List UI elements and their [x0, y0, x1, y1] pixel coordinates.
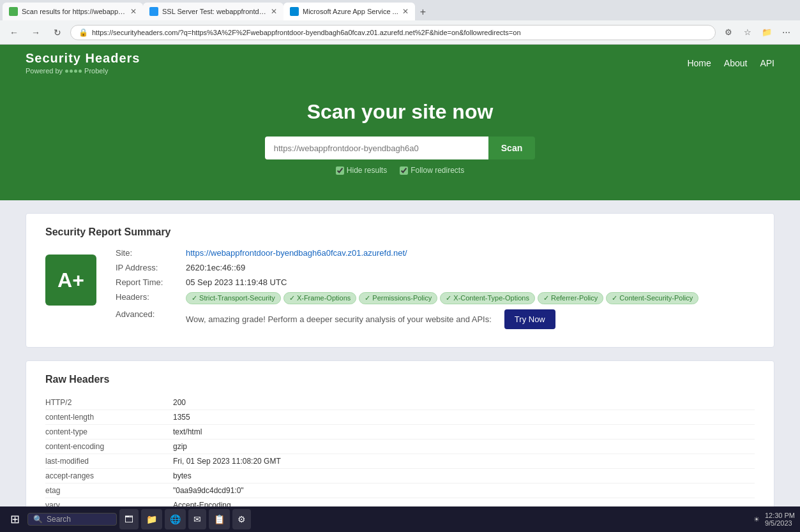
nav-api[interactable]: API: [760, 58, 774, 68]
taskbar-search[interactable]: 🔍 Search: [27, 513, 117, 526]
tab-close-1[interactable]: ✕: [130, 7, 137, 16]
tab-label-1: Scan results for https://webappp...: [22, 8, 126, 15]
taskbar-app-6[interactable]: ⚙: [232, 509, 251, 529]
tab-favicon-1: [9, 7, 18, 16]
advanced-label: Advanced:: [116, 309, 179, 329]
raw-header-value: 200: [173, 398, 755, 407]
nav-about[interactable]: About: [724, 58, 748, 68]
raw-header-row: content-encodinggzip: [45, 440, 755, 454]
follow-redirects-checkbox[interactable]: [400, 166, 408, 175]
probely-dots-icon: [65, 70, 82, 73]
refresh-button[interactable]: ↻: [49, 24, 66, 41]
start-button[interactable]: ⊞: [5, 510, 25, 529]
hide-results-option[interactable]: Hide results: [336, 166, 387, 175]
forward-button[interactable]: →: [27, 24, 45, 41]
tab-bar: Scan results for https://webappp... ✕ SS…: [0, 0, 800, 20]
ip-label: IP Address:: [116, 263, 179, 272]
header-badge: ✓ Content-Security-Policy: [606, 292, 698, 304]
header-badge: ✓ X-Frame-Options: [283, 292, 356, 304]
raw-header-value: bytes: [173, 471, 755, 480]
raw-header-value: Fri, 01 Sep 2023 11:08:20 GMT: [173, 457, 755, 466]
raw-header-value: gzip: [173, 442, 755, 451]
security-report-title: Security Report Summary: [45, 226, 755, 238]
report-summary: A+ Site: https://webappfrontdoor-byendba…: [45, 248, 755, 334]
lock-icon: 🔒: [79, 28, 88, 37]
report-row-advanced: Advanced: Wow, amazing grade! Perform a …: [116, 309, 755, 329]
grade-badge: A+: [45, 255, 96, 306]
raw-header-value: text/html: [173, 427, 755, 436]
raw-header-key: etag: [45, 486, 173, 495]
extensions-icon[interactable]: ⚙: [720, 24, 737, 41]
header-badge: ✓ Permissions-Policy: [359, 292, 437, 304]
site-logo: Security Headers Powered by Probely: [26, 51, 140, 75]
headers-label: Headers:: [116, 292, 179, 304]
logo-sub-text: Powered by: [26, 67, 63, 75]
tab-favicon-3: [290, 7, 299, 16]
raw-header-row: content-typetext/html: [45, 425, 755, 440]
advanced-row: Wow, amazing grade! Perform a deeper sec…: [186, 309, 555, 329]
header-badge: ✓ X-Content-Type-Options: [440, 292, 535, 304]
hero-options: Hide results Follow redirects: [13, 166, 787, 175]
taskbar-app-4[interactable]: ✉: [188, 509, 206, 529]
tab-2[interactable]: SSL Server Test: webappfrontdo... ✕: [143, 3, 283, 20]
logo-title: Security Headers: [26, 51, 140, 66]
browser-window: Scan results for https://webappp... ✕ SS…: [0, 0, 800, 45]
search-icon: 🔍: [33, 515, 43, 524]
tab-1[interactable]: Scan results for https://webappp... ✕: [3, 3, 143, 20]
browser-toolbar: ← → ↻ 🔒 https://securityheaders.com/?q=h…: [0, 20, 800, 45]
scan-input[interactable]: [265, 137, 488, 159]
raw-header-row: HTTP/2200: [45, 395, 755, 410]
raw-header-row: last-modifiedFri, 01 Sep 2023 11:08:20 G…: [45, 454, 755, 469]
tab-3[interactable]: Microsoft Azure App Service ... ✕: [283, 3, 415, 20]
favorites-icon[interactable]: ☆: [739, 24, 757, 41]
collections-icon[interactable]: 📁: [758, 24, 776, 41]
tab-close-2[interactable]: ✕: [271, 7, 277, 16]
taskbar-app-2[interactable]: 📁: [141, 509, 162, 529]
tab-label-2: SSL Server Test: webappfrontdo...: [162, 8, 267, 15]
clock-date: 9/5/2023: [765, 519, 795, 527]
report-row-ip: IP Address: 2620:1ec:46::69: [116, 263, 755, 272]
toolbar-icons: ⚙ ☆ 📁 ⋯: [720, 24, 795, 41]
menu-icon[interactable]: ⋯: [777, 24, 795, 41]
raw-header-row: etag"0aa9a9dc4dcd91:0": [45, 484, 755, 498]
raw-header-key: last-modified: [45, 457, 173, 466]
taskbar-search-text: Search: [47, 515, 71, 524]
nav-home[interactable]: Home: [687, 58, 711, 68]
header-badge: ✓ Referrer-Policy: [538, 292, 603, 304]
site-value: https://webappfrontdoor-byendbagh6a0fcav…: [186, 248, 407, 258]
page-content: Security Headers Powered by Probely Home…: [0, 45, 800, 532]
ip-value: 2620:1ec:46::69: [186, 263, 245, 272]
raw-header-key: content-encoding: [45, 442, 173, 451]
hero-title: Scan your site now: [13, 100, 787, 124]
security-report-card: Security Report Summary A+ Site: https:/…: [26, 213, 774, 348]
taskbar-time: 12:30 PM 9/5/2023: [765, 512, 795, 527]
new-tab-button[interactable]: +: [415, 4, 431, 20]
taskbar: ⊞ 🔍 Search 🗔 📁 🌐 ✉ 📋 ⚙ ☀ 12:30 PM 9/5/20…: [0, 506, 800, 532]
tab-close-3[interactable]: ✕: [402, 7, 409, 16]
header-badge: ✓ Strict-Transport-Security: [186, 292, 281, 304]
follow-redirects-option[interactable]: Follow redirects: [400, 166, 464, 175]
back-button[interactable]: ←: [5, 24, 23, 41]
logo-sub: Powered by Probely: [26, 67, 140, 75]
report-table: Site: https://webappfrontdoor-byendbagh6…: [116, 248, 755, 334]
report-row-time: Report Time: 05 Sep 2023 11:19:48 UTC: [116, 277, 755, 287]
address-bar[interactable]: 🔒 https://securityheaders.com/?q=https%3…: [70, 25, 716, 40]
taskbar-right: ☀ 12:30 PM 9/5/2023: [753, 512, 795, 527]
follow-redirects-label: Follow redirects: [411, 166, 464, 175]
tab-label-3: Microsoft Azure App Service ...: [303, 8, 398, 15]
raw-header-key: content-type: [45, 427, 173, 436]
taskbar-app-1[interactable]: 🗔: [119, 509, 139, 529]
taskbar-app-3[interactable]: 🌐: [165, 509, 186, 529]
taskbar-app-5[interactable]: 📋: [209, 509, 230, 529]
scan-button[interactable]: Scan: [488, 137, 535, 159]
site-header: Security Headers Powered by Probely Home…: [0, 45, 800, 81]
site-url-link[interactable]: https://webappfrontdoor-byendbagh6a0fcav…: [186, 248, 407, 258]
raw-header-key: accept-ranges: [45, 471, 173, 480]
report-row-site: Site: https://webappfrontdoor-byendbagh6…: [116, 248, 755, 258]
logo-brand: Probely: [84, 67, 108, 75]
site-nav: Home About API: [687, 58, 774, 68]
advanced-text: Wow, amazing grade! Perform a deeper sec…: [186, 314, 492, 324]
hide-results-checkbox[interactable]: [336, 166, 344, 175]
report-row-headers: Headers: ✓ Strict-Transport-Security✓ X-…: [116, 292, 755, 304]
try-now-button[interactable]: Try Now: [504, 309, 555, 329]
